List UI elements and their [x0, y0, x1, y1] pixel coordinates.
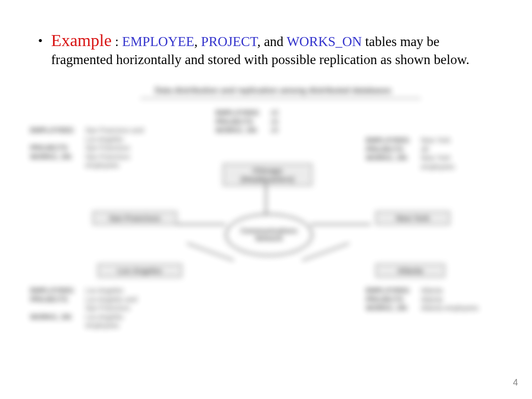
sf-emp-lbl: EMPLOYEES: [30, 126, 85, 135]
hq-box: Chicago (Headquarters): [223, 164, 312, 186]
la-works-lbl: WORKS_ON: [30, 313, 85, 322]
at-proj-lbl: PROJECTS: [366, 295, 421, 304]
la-emp-val: Los Angeles: [85, 286, 150, 295]
hq-works-val: All: [271, 126, 336, 135]
hq-proj-lbl: PROJECTS: [215, 118, 271, 127]
line-ny: [311, 224, 371, 225]
sf-table: EMPLOYEESSan Francisco and Los Angeles P…: [30, 126, 160, 170]
slide: • Example : EMPLOYEE, PROJECT, and WORKS…: [0, 0, 532, 399]
sf-emp-val: San Francisco and Los Angeles: [85, 126, 150, 144]
la-proj-lbl: PROJECTS: [30, 295, 85, 304]
la-works-val: Los Angeles employees: [85, 313, 150, 330]
at-box: Atlanta: [376, 264, 445, 277]
at-proj-val: Atlanta: [421, 295, 486, 304]
ny-table: EMPLOYEESNew York PROJECTSAll WORKS_ONNe…: [366, 136, 496, 171]
bullet-paragraph: • Example : EMPLOYEE, PROJECT, and WORKS…: [39, 30, 490, 68]
sep1: ,: [194, 34, 201, 49]
example-word: Example: [51, 31, 112, 50]
at-works-lbl: WORKS_ON: [366, 304, 421, 313]
la-box: Los Angeles: [98, 264, 182, 277]
hq-works-lbl: WORKS_ON: [215, 126, 271, 135]
page-number: 4: [513, 377, 518, 388]
line-hq: [265, 184, 267, 214]
ny-box: New York: [376, 211, 450, 225]
ny-proj-val: All: [421, 145, 486, 154]
line-at: [302, 243, 350, 261]
la-table: EMPLOYEESLos Angeles PROJECTSLos Angeles…: [30, 286, 160, 330]
at-emp-lbl: EMPLOYEES: [366, 286, 421, 295]
diagram-title-underline: [140, 98, 421, 99]
ny-proj-lbl: PROJECTS: [366, 145, 421, 154]
la-proj-val: Los Angeles and San Francisco: [85, 295, 150, 313]
hq-emp-lbl: EMPLOYEES: [215, 109, 271, 118]
sf-proj-lbl: PROJECTS: [30, 144, 85, 153]
at-emp-val: Atlanta: [421, 286, 486, 295]
ny-emp-val: New York: [421, 136, 486, 145]
distribution-diagram: Data distribution and replication among …: [65, 86, 481, 371]
table-name-employee: EMPLOYEE: [122, 34, 194, 49]
sf-box: San Francisco: [93, 211, 177, 225]
line-la: [187, 243, 234, 261]
hq-proj-val: All: [271, 118, 336, 127]
at-table: EMPLOYEESAtlanta PROJECTSAtlanta WORKS_O…: [366, 286, 496, 313]
ny-works-lbl: WORKS_ON: [366, 154, 421, 163]
table-name-workson: WORKS_ON: [287, 34, 362, 49]
center-node: Communications Network: [225, 214, 313, 256]
diagram-title: Data distribution and replication among …: [65, 86, 481, 95]
ny-emp-lbl: EMPLOYEES: [366, 136, 421, 145]
hq-emp-val: All: [271, 109, 336, 118]
hq-table: EMPLOYEESAll PROJECTSAll WORKS_ONAll: [215, 109, 346, 135]
sep2: , and: [257, 34, 287, 49]
table-name-project: PROJECT: [201, 34, 257, 49]
sf-works-lbl: WORKS_ON: [30, 153, 85, 162]
colon: :: [112, 34, 122, 49]
at-works-val: Atlanta employees: [421, 304, 486, 313]
bullet-dot-icon: •: [38, 33, 43, 50]
sf-proj-val: San Francisco: [85, 144, 150, 153]
ny-works-val: New York employees: [421, 154, 486, 171]
sf-works-val: San Francisco employees: [85, 153, 150, 170]
la-emp-lbl: EMPLOYEES: [30, 286, 85, 295]
bullet-text: Example : EMPLOYEE, PROJECT, and WORKS_O…: [51, 30, 490, 68]
